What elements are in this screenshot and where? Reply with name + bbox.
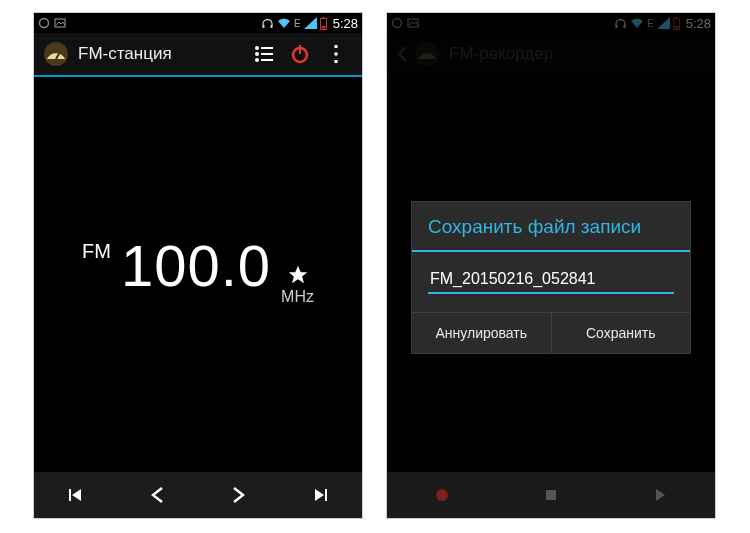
svg-rect-20: [69, 489, 71, 501]
svg-rect-10: [261, 47, 273, 49]
svg-rect-31: [546, 490, 556, 500]
svg-rect-2: [263, 25, 265, 28]
band-label: FM: [82, 240, 111, 263]
svg-rect-16: [299, 45, 301, 54]
svg-rect-17: [335, 45, 338, 48]
unit-label: MHz: [281, 288, 314, 306]
filename-field[interactable]: [428, 268, 674, 294]
save-button[interactable]: Сохранить: [552, 313, 691, 353]
svg-point-30: [436, 489, 448, 501]
signal-icon: [304, 17, 317, 29]
app-title: FM-станция: [78, 44, 172, 64]
wifi-icon: [277, 17, 291, 29]
svg-rect-6: [321, 26, 325, 29]
play-button[interactable]: [606, 472, 715, 518]
headphones-icon: [261, 17, 274, 30]
svg-rect-19: [335, 60, 338, 63]
svg-point-9: [255, 46, 259, 50]
notification-icon: [38, 17, 50, 29]
step-down-button[interactable]: [116, 472, 198, 518]
svg-rect-12: [261, 53, 273, 55]
network-type-label: E: [294, 18, 301, 29]
seek-next-button[interactable]: [280, 472, 362, 518]
svg-rect-3: [271, 25, 273, 28]
save-recording-dialog: Сохранить файл записи Аннулировать Сохра…: [411, 201, 691, 354]
svg-point-11: [255, 52, 259, 56]
clock: 5:28: [333, 16, 358, 31]
device-fm-recorder: E 5:28 FM-рекордер Сохранить файл записи…: [386, 12, 716, 519]
battery-icon: [320, 17, 327, 30]
app-bar: FM-станция: [34, 33, 362, 77]
overflow-menu-button[interactable]: [318, 32, 354, 76]
tuning-bar: [34, 472, 362, 518]
app-icon-radio: [42, 40, 70, 68]
favorite-icon[interactable]: [287, 264, 309, 286]
svg-point-13: [255, 58, 259, 62]
main-content: FM 100.0 MHz: [34, 77, 362, 472]
station-list-button[interactable]: [246, 32, 282, 76]
picture-icon: [54, 17, 66, 29]
stop-button[interactable]: [496, 472, 605, 518]
frequency-display: FM 100.0 MHz: [34, 232, 362, 306]
power-button[interactable]: [282, 32, 318, 76]
record-button[interactable]: [387, 472, 496, 518]
svg-point-0: [40, 19, 49, 28]
frequency-value: 100.0: [121, 232, 271, 299]
dialog-title: Сохранить файл записи: [412, 202, 690, 252]
cancel-button[interactable]: Аннулировать: [412, 313, 552, 353]
status-bar: E 5:28: [34, 13, 362, 33]
recorder-controls: [387, 472, 715, 518]
seek-prev-button[interactable]: [34, 472, 116, 518]
svg-rect-21: [325, 489, 327, 501]
step-up-button[interactable]: [198, 472, 280, 518]
svg-rect-14: [261, 59, 273, 61]
device-fm-station: E 5:28 FM-станция FM 100.0: [33, 12, 363, 519]
svg-rect-18: [335, 53, 338, 56]
